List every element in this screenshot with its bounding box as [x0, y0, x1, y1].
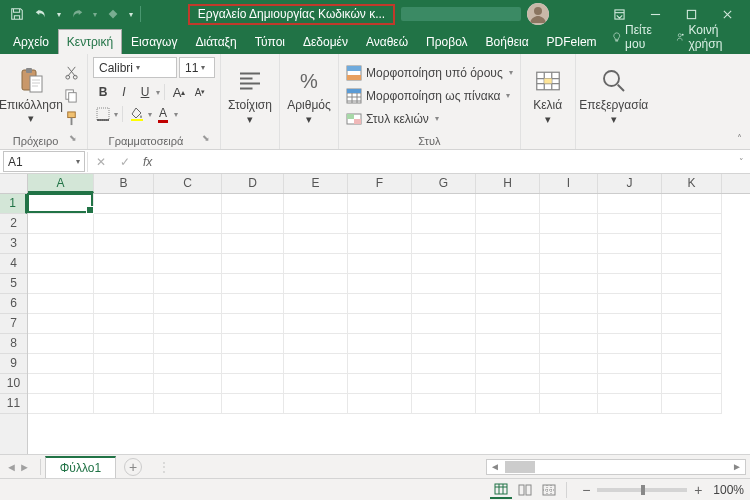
shrink-font-button[interactable]: A▾: [190, 82, 210, 102]
cell[interactable]: [154, 234, 222, 254]
cell[interactable]: [412, 214, 476, 234]
cell[interactable]: [28, 354, 94, 374]
share-button[interactable]: Κοινή χρήση: [669, 20, 740, 54]
cell[interactable]: [348, 294, 412, 314]
fill-color-button[interactable]: [127, 104, 147, 124]
underline-button[interactable]: U: [135, 82, 155, 102]
borders-button[interactable]: [93, 104, 113, 124]
format-as-table-button[interactable]: Μορφοποίηση ως πίνακα▾: [344, 85, 515, 106]
tab-review[interactable]: Αναθεώ: [357, 29, 417, 54]
row-header-3[interactable]: 3: [0, 234, 27, 254]
cell[interactable]: [662, 214, 722, 234]
column-header-C[interactable]: C: [154, 174, 222, 193]
paste-button[interactable]: Επικόλληση▾: [5, 61, 57, 129]
cancel-formula-icon[interactable]: ✕: [89, 151, 113, 172]
cell[interactable]: [662, 194, 722, 214]
cell[interactable]: [284, 314, 348, 334]
format-painter-icon[interactable]: [60, 107, 82, 129]
font-color-button[interactable]: A: [153, 104, 173, 124]
accept-formula-icon[interactable]: ✓: [113, 151, 137, 172]
zoom-percent[interactable]: 100%: [713, 483, 744, 497]
cell[interactable]: [598, 294, 662, 314]
row-header-9[interactable]: 9: [0, 354, 27, 374]
scroll-right-icon[interactable]: ►: [729, 461, 745, 472]
cell[interactable]: [412, 234, 476, 254]
cell[interactable]: [222, 274, 284, 294]
cell[interactable]: [540, 234, 598, 254]
column-header-A[interactable]: A: [28, 174, 94, 193]
cell[interactable]: [154, 374, 222, 394]
cell[interactable]: [476, 374, 540, 394]
tab-layout[interactable]: Διάταξη: [186, 29, 245, 54]
user-avatar[interactable]: [527, 3, 549, 25]
cell[interactable]: [412, 274, 476, 294]
cell[interactable]: [28, 334, 94, 354]
scroll-left-icon[interactable]: ◄: [487, 461, 503, 472]
tab-insert[interactable]: Εισαγωγ: [122, 29, 186, 54]
cell[interactable]: [28, 394, 94, 414]
cell[interactable]: [94, 374, 154, 394]
cell[interactable]: [412, 334, 476, 354]
font-color-dropdown-icon[interactable]: ▾: [174, 110, 178, 119]
cell[interactable]: [284, 214, 348, 234]
cell[interactable]: [540, 274, 598, 294]
cell[interactable]: [154, 354, 222, 374]
column-header-F[interactable]: F: [348, 174, 412, 193]
row-header-5[interactable]: 5: [0, 274, 27, 294]
cell[interactable]: [476, 334, 540, 354]
cell[interactable]: [284, 194, 348, 214]
cell[interactable]: [284, 234, 348, 254]
cell[interactable]: [412, 254, 476, 274]
column-header-H[interactable]: H: [476, 174, 540, 193]
cell[interactable]: [222, 314, 284, 334]
cell[interactable]: [222, 394, 284, 414]
select-all-corner[interactable]: [0, 174, 28, 194]
expand-formula-bar-icon[interactable]: ˅: [732, 157, 750, 167]
cell[interactable]: [540, 394, 598, 414]
cell[interactable]: [540, 294, 598, 314]
cell[interactable]: [94, 234, 154, 254]
cell[interactable]: [28, 254, 94, 274]
hscroll-thumb[interactable]: [505, 461, 535, 473]
alignment-button[interactable]: Στοίχιση▾: [226, 62, 274, 130]
column-header-B[interactable]: B: [94, 174, 154, 193]
cell[interactable]: [284, 334, 348, 354]
cell[interactable]: [222, 234, 284, 254]
worksheet-grid[interactable]: ABCDEFGHIJK 1234567891011: [0, 174, 750, 454]
italic-button[interactable]: I: [114, 82, 134, 102]
cell[interactable]: [348, 234, 412, 254]
formula-input[interactable]: [158, 151, 732, 172]
conditional-formatting-button[interactable]: Μορφοποίηση υπό όρους▾: [344, 62, 515, 83]
cell[interactable]: [412, 194, 476, 214]
cell[interactable]: [284, 294, 348, 314]
cell[interactable]: [412, 354, 476, 374]
cell[interactable]: [222, 334, 284, 354]
cell[interactable]: [598, 274, 662, 294]
cell[interactable]: [598, 254, 662, 274]
number-button[interactable]: % Αριθμός▾: [285, 62, 333, 130]
cell[interactable]: [94, 254, 154, 274]
cell[interactable]: [28, 274, 94, 294]
cells-button[interactable]: Κελιά▾: [526, 62, 570, 130]
row-header-11[interactable]: 11: [0, 394, 27, 414]
clipboard-launcher-icon[interactable]: ⬊: [69, 133, 82, 146]
cell[interactable]: [662, 314, 722, 334]
row-header-2[interactable]: 2: [0, 214, 27, 234]
cell[interactable]: [154, 254, 222, 274]
zoom-out-button[interactable]: −: [579, 483, 593, 497]
editing-button[interactable]: Επεξεργασία▾: [581, 62, 647, 130]
row-header-1[interactable]: 1: [0, 194, 27, 214]
font-name-combo[interactable]: Calibri▾: [93, 57, 177, 78]
cell[interactable]: [662, 334, 722, 354]
sheet-tab-1[interactable]: Φύλλο1: [45, 456, 116, 479]
underline-dropdown-icon[interactable]: ▾: [156, 88, 160, 97]
page-break-view-icon[interactable]: [538, 481, 560, 499]
cell[interactable]: [412, 374, 476, 394]
cell[interactable]: [348, 334, 412, 354]
cell[interactable]: [94, 294, 154, 314]
cell[interactable]: [94, 194, 154, 214]
cell[interactable]: [284, 394, 348, 414]
cell[interactable]: [662, 234, 722, 254]
cell[interactable]: [540, 314, 598, 334]
cell[interactable]: [662, 274, 722, 294]
